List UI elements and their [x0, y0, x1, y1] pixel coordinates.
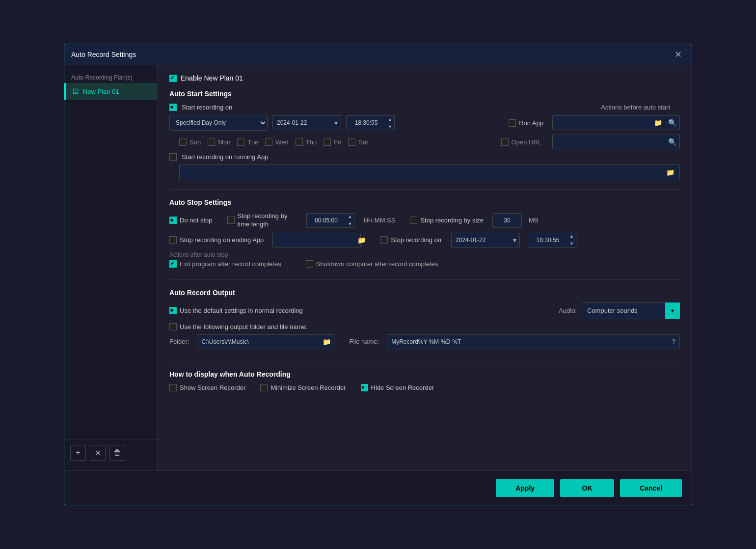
day-fri-label: Fri: [334, 138, 341, 146]
day-wed-checkbox[interactable]: [265, 138, 272, 146]
exit-program-checkbox[interactable]: [169, 260, 177, 268]
enable-checkbox[interactable]: [169, 75, 177, 82]
app-input[interactable]: [180, 165, 661, 180]
stop-by-time-wrap: Stop recording by time length: [227, 212, 297, 229]
add-plan-button[interactable]: +: [70, 445, 86, 461]
auto-stop-title: Auto Stop Settings: [169, 198, 680, 206]
filename-input[interactable]: MyRecord%Y-%M-%D-%T: [387, 335, 668, 349]
day-sun-wrap: Sun: [179, 138, 201, 146]
day-fri-checkbox[interactable]: [324, 138, 331, 146]
start-recording-checkbox[interactable]: [169, 104, 177, 111]
start-on-app-label: Start recording on running App: [182, 153, 268, 161]
ok-button[interactable]: OK: [560, 479, 614, 497]
sidebar-item-new-plan-01[interactable]: ☑ New Plan 01: [64, 83, 157, 100]
day-tue-checkbox[interactable]: [237, 138, 244, 146]
stop-time2-input[interactable]: 18:30:55: [528, 233, 567, 247]
stop-app-folder-btn[interactable]: 📁: [354, 233, 369, 247]
run-app-input-wrap: 📁 🔍: [552, 115, 680, 130]
show-screen-checkbox[interactable]: [169, 384, 177, 391]
stop-on-app-checkbox[interactable]: [169, 236, 177, 244]
open-url-search-btn[interactable]: 🔍: [665, 135, 679, 149]
filename-help-btn[interactable]: ?: [668, 338, 679, 345]
cancel-button[interactable]: Cancel: [620, 479, 682, 497]
open-url-wrap: Open URL: [501, 138, 541, 146]
use-following-label: Use the following output folder and file…: [180, 323, 307, 330]
folder-input[interactable]: C:\Users\A\Music\: [197, 335, 320, 349]
folder-label: Folder:: [169, 338, 189, 345]
shutdown-checkbox[interactable]: [306, 260, 313, 268]
do-not-stop-checkbox[interactable]: [169, 217, 177, 224]
start-recording-label: Start recording on: [182, 104, 232, 111]
day-sun-checkbox[interactable]: [179, 138, 187, 146]
sidebar-bottom-actions: + ✕ 🗑: [64, 439, 157, 466]
start-time-down[interactable]: ▼: [386, 123, 394, 130]
stop-app-input[interactable]: [273, 233, 354, 247]
auto-record-output-title: Auto Record Output: [169, 289, 680, 297]
schedule-select-wrap: Specified Day Only Every Day Weekdays We…: [169, 115, 268, 131]
date-dropdown-btn[interactable]: ▾: [331, 116, 341, 130]
audio-select[interactable]: Computer sounds Microphone Both None: [582, 302, 680, 319]
filename-label: File name:: [349, 338, 379, 345]
stop-size-input-wrap: 30: [492, 213, 522, 228]
app-folder-btn[interactable]: 📁: [661, 168, 679, 176]
hide-screen-checkbox[interactable]: [361, 384, 368, 391]
dialog-title: Auto Record Settings: [71, 51, 136, 58]
trash-plan-button[interactable]: 🗑: [109, 445, 125, 461]
auto-record-settings-dialog: Auto Record Settings ✕ Auto-Recording Pl…: [64, 44, 692, 505]
minimize-screen-label: Minimize Screen Recorder: [270, 384, 346, 391]
open-url-checkbox[interactable]: [501, 138, 509, 146]
after-stop-actions-row: Exit program after record completes Shut…: [169, 260, 680, 268]
display-options-row: Show Screen Recorder Minimize Screen Rec…: [169, 384, 680, 391]
run-app-checkbox[interactable]: [509, 119, 516, 127]
auto-stop-section: Auto Stop Settings Do not stop Stop reco…: [169, 196, 680, 273]
start-date-input[interactable]: 2024-01-22: [273, 116, 331, 130]
stop-time-wrap: 00:05:00 ▲ ▼: [306, 213, 355, 228]
stop-time-spinner: ▲ ▼: [346, 213, 354, 228]
day-sat-label: Sat: [358, 138, 368, 146]
stop-date-dropdown-btn[interactable]: ▾: [510, 233, 519, 247]
stop-time-down[interactable]: ▼: [346, 220, 354, 228]
stop-by-size-checkbox[interactable]: [410, 217, 417, 224]
delete-plan-button[interactable]: ✕: [90, 445, 106, 461]
stop-on-app-wrap: Stop recording on ending App: [169, 236, 264, 244]
stop-on-date-checkbox[interactable]: [380, 236, 388, 244]
stop-on-date-wrap: Stop recording on: [380, 236, 441, 244]
stop-time2-down[interactable]: ▼: [567, 240, 576, 247]
close-button[interactable]: ✕: [672, 48, 685, 61]
stop-time2-spinner: ▲ ▼: [567, 233, 576, 247]
plan-check-icon: ☑: [73, 87, 79, 95]
stop-time2-up[interactable]: ▲: [567, 233, 576, 240]
use-following-checkbox[interactable]: [169, 323, 177, 330]
exit-program-wrap: Exit program after record completes: [169, 260, 281, 268]
day-sat-checkbox[interactable]: [348, 138, 355, 146]
show-screen-label: Show Screen Recorder: [180, 384, 245, 391]
start-on-app-checkbox[interactable]: [169, 153, 177, 161]
stop-by-time-checkbox[interactable]: [227, 217, 235, 224]
start-time-input[interactable]: 18:30:55: [347, 116, 386, 130]
stop-date-input[interactable]: 2024-01-22: [452, 233, 510, 247]
use-default-checkbox[interactable]: [169, 307, 177, 314]
start-time-up[interactable]: ▲: [386, 115, 394, 123]
schedule-select[interactable]: Specified Day Only Every Day Weekdays We…: [169, 115, 268, 131]
actions-before-label: Actions before auto start: [601, 104, 670, 111]
day-mon-checkbox[interactable]: [208, 138, 215, 146]
minimize-screen-checkbox[interactable]: [260, 384, 268, 391]
sidebar: Auto-Recording Plan(s) ☑ New Plan 01 + ✕…: [64, 65, 158, 470]
folder-browse-btn[interactable]: 📁: [320, 335, 334, 349]
stop-size-input[interactable]: 30: [493, 214, 521, 227]
day-wed-wrap: Wed: [265, 138, 289, 146]
day-thu-checkbox[interactable]: [296, 138, 303, 146]
sidebar-section-label: Auto-Recording Plan(s): [64, 70, 157, 83]
auto-record-output-section: Auto Record Output Use the default setti…: [169, 287, 680, 354]
filename-input-wrap: MyRecord%Y-%M-%D-%T ?: [387, 334, 680, 349]
app-input-row: 📁: [179, 165, 680, 180]
schedule-row: Specified Day Only Every Day Weekdays We…: [169, 115, 680, 131]
stop-time-up[interactable]: ▲: [346, 213, 354, 220]
run-app-input[interactable]: [553, 116, 651, 130]
apply-button[interactable]: Apply: [496, 479, 554, 497]
use-following-wrap: Use the following output folder and file…: [169, 323, 307, 330]
open-url-input[interactable]: [553, 135, 665, 149]
run-app-folder-btn[interactable]: 📁: [651, 116, 665, 130]
run-app-search-btn[interactable]: 🔍: [665, 116, 679, 130]
stop-time-input[interactable]: 00:05:00: [307, 214, 346, 227]
